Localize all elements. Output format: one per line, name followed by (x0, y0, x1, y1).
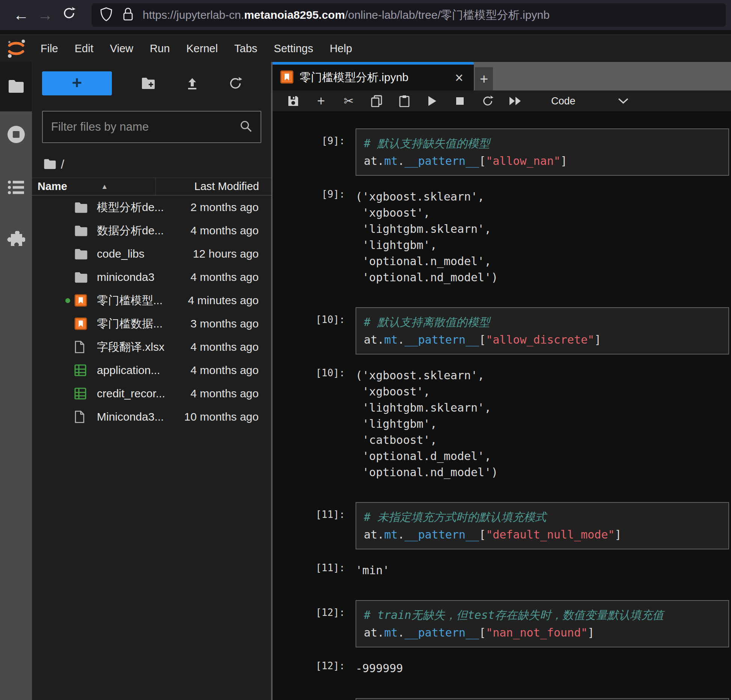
menu-file[interactable]: File (32, 35, 66, 62)
menu-kernel[interactable]: Kernel (178, 35, 226, 62)
refresh-icon[interactable] (228, 76, 243, 91)
tab-close-icon[interactable]: × (453, 71, 466, 85)
menu-run[interactable]: Run (142, 35, 178, 62)
copy-icon[interactable] (363, 95, 390, 107)
tab-notebook[interactable]: 零门槛模型分析.ipynb × (273, 62, 474, 91)
file-last-modified: 4 months ago (177, 341, 271, 353)
run-icon[interactable] (418, 95, 446, 107)
app-logo-icon (0, 38, 32, 59)
file-last-modified: 2 months ago (177, 201, 271, 214)
main-area: 零门槛模型分析.ipynb × + +✂Code [9]: # 默认支持缺失值的… (271, 62, 731, 700)
file-row[interactable]: credit_recor... 4 months ago (32, 382, 271, 405)
fast-forward-icon[interactable] (502, 96, 529, 106)
code-token-string: "default_null_mode" (486, 528, 615, 541)
notebook-icon (74, 294, 90, 307)
file-listing-header: Name ▲ Last Modified (32, 178, 271, 196)
cell-code-editor[interactable]: # 默认支持离散值的模型 at.mt.__pattern__["allow_di… (356, 307, 729, 355)
save-icon[interactable] (279, 95, 307, 107)
back-icon[interactable]: ← (9, 6, 33, 24)
add-cell-icon[interactable]: + (307, 94, 335, 108)
code-token-plain: ] (561, 154, 567, 167)
file-last-modified: 4 minutes ago (177, 294, 271, 307)
code-token-plain: [ (479, 626, 486, 639)
workspace: + / Name (0, 62, 731, 700)
url-text: https://jupyterlab-cn.metanoia8295.com/o… (143, 8, 550, 23)
filter-files-input[interactable] (51, 120, 240, 134)
running-kernels-icon[interactable] (7, 125, 26, 145)
home-folder-icon[interactable] (44, 158, 56, 170)
new-launcher-button[interactable]: + (42, 71, 112, 95)
paste-icon[interactable] (390, 95, 418, 107)
upload-icon[interactable] (185, 77, 199, 90)
shield-icon[interactable] (100, 7, 113, 23)
code-token-attr: mt (384, 626, 398, 639)
new-folder-icon[interactable] (141, 77, 156, 90)
cell-output-prompt: [11]: (273, 562, 356, 578)
cell-input-prompt: [12]: (273, 600, 356, 647)
file-row[interactable]: 数据分析de... 4 months ago (32, 219, 271, 242)
file-row[interactable]: 零门槛数据... 3 months ago (32, 312, 271, 335)
cell-code-editor[interactable]: # 默认支持缺失值的模型 at.mt.__pattern__["allow_na… (356, 128, 729, 176)
code-comment-line: # train无缺失，但test存在缺失时，数值变量默认填充值 (364, 606, 721, 624)
code-token-string: "allow_discrete" (486, 333, 594, 346)
code-line: at.mt.__pattern__["allow_discrete"] (364, 331, 721, 348)
code-token-plain: at. (364, 626, 384, 639)
sort-ascending-icon: ▲ (101, 183, 108, 191)
menu-help[interactable]: Help (321, 35, 360, 62)
extensions-puzzle-icon[interactable] (7, 231, 25, 250)
file-row[interactable]: application... 4 months ago (32, 359, 271, 382)
cut-icon[interactable]: ✂ (335, 95, 363, 107)
restart-icon[interactable] (474, 95, 502, 107)
file-icon (74, 341, 90, 353)
file-row[interactable]: code_libs 12 hours ago (32, 242, 271, 266)
menu-tabs[interactable]: Tabs (226, 35, 265, 62)
notebook-cell: [12]: # train无缺失，但test存在缺失时，数值变量默认填充值 at… (273, 600, 731, 676)
activity-bar (0, 62, 32, 700)
notebook-icon (74, 317, 90, 330)
cell-code-editor[interactable]: # 未指定填充方式时的默认填充模式 at.mt.__pattern__["def… (356, 502, 729, 549)
cell-type-dropdown[interactable]: Code (551, 95, 576, 107)
code-comment-line: # 默认支持缺失值的模型 (364, 134, 721, 152)
file-row[interactable]: 模型分析de... 2 months ago (32, 196, 271, 219)
breadcrumb-root[interactable]: / (61, 157, 64, 172)
chevron-down-icon[interactable] (618, 98, 629, 104)
file-row[interactable]: Miniconda3... 10 months ago (32, 405, 271, 428)
url-bar[interactable]: https://jupyterlab-cn.metanoia8295.com/o… (92, 3, 726, 27)
file-last-modified: 4 months ago (177, 271, 271, 284)
browser-refresh-icon[interactable] (57, 6, 81, 24)
menu-settings[interactable]: Settings (265, 35, 321, 62)
menu-view[interactable]: View (102, 35, 142, 62)
cell-output-prompt: [10]: (273, 367, 356, 480)
code-token-plain: . (398, 154, 404, 167)
cell-code-editor[interactable]: # train无缺失，但test存在缺失时，离散变量默认填充值 at.mt.__… (356, 698, 729, 700)
notebook-cell: [9]: # 默认支持缺失值的模型 at.mt.__pattern__["all… (273, 128, 731, 285)
tab-bar: 零门槛模型分析.ipynb × + (273, 62, 731, 91)
file-row[interactable]: miniconda3 4 months ago (32, 266, 271, 289)
code-token-plain: ] (588, 626, 594, 639)
column-header-name[interactable]: Name ▲ (32, 180, 155, 193)
sidebar-tab-filebrowser[interactable] (0, 62, 32, 111)
code-token-plain: at. (364, 154, 384, 167)
table-of-contents-icon[interactable] (8, 180, 25, 196)
column-header-last-modified[interactable]: Last Modified (155, 178, 271, 195)
file-last-modified: 10 months ago (177, 410, 271, 423)
lock-icon[interactable] (122, 7, 134, 23)
cell-output-text: ('xgboost.sklearn', 'xgboost', 'lightgbm… (356, 189, 731, 285)
file-browser-panel: + / Name (32, 62, 271, 700)
breadcrumb[interactable]: / (44, 157, 271, 172)
forward-icon[interactable]: → (33, 6, 57, 24)
file-name: 数据分析de... (90, 223, 177, 238)
cell-code-editor[interactable]: # train无缺失，但test存在缺失时，数值变量默认填充值 at.mt.__… (356, 600, 729, 647)
filter-files-box (42, 111, 261, 143)
file-row[interactable]: 字段翻译.xlsx 4 months ago (32, 335, 271, 359)
cell-input-row: [13]: # train无缺失，但test存在缺失时，离散变量默认填充值 at… (273, 698, 731, 700)
menu-edit[interactable]: Edit (66, 35, 102, 62)
cell-input-prompt: [9]: (273, 128, 356, 176)
folder-icon (74, 248, 90, 259)
file-row[interactable]: 零门槛模型... 4 minutes ago (32, 289, 271, 312)
stop-icon[interactable] (446, 97, 474, 106)
cell-output-row: [12]: -999999 (273, 660, 731, 676)
code-line: at.mt.__pattern__["default_null_mode"] (364, 526, 721, 543)
new-tab-button[interactable]: + (475, 67, 493, 91)
chrome-gap (0, 30, 731, 35)
